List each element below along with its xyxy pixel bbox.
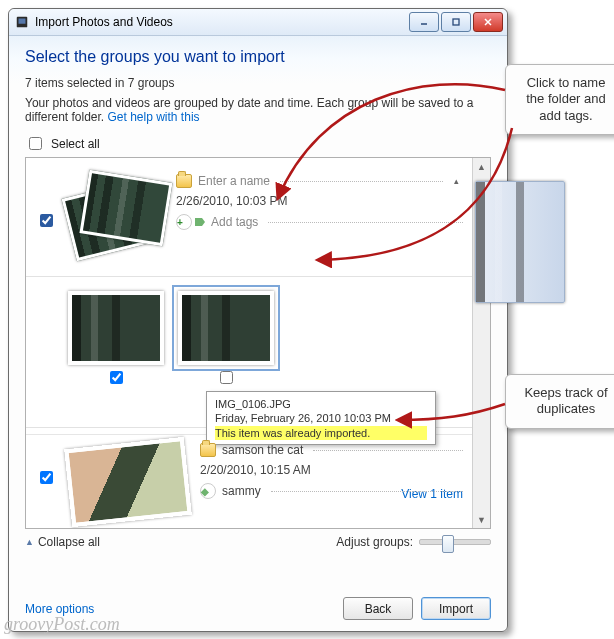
app-icon [15,15,29,29]
group-tag[interactable]: sammy [222,484,261,498]
add-tags-input[interactable]: Add tags [211,215,258,229]
help-link[interactable]: Get help with this [108,110,200,124]
scroll-up-icon[interactable]: ▲ [473,158,490,175]
group-thumbnail-stack[interactable] [68,174,164,256]
thumbnail[interactable] [68,291,164,365]
tooltip-date: Friday, February 26, 2010 10:03 PM [215,412,427,424]
tooltip-duplicate-msg: This item was already imported. [215,426,427,440]
titlebar[interactable]: Import Photos and Videos [9,9,507,36]
scroll-down-icon[interactable]: ▼ [473,511,490,528]
back-button[interactable]: Back [343,597,413,620]
thumbnail-checkbox[interactable] [110,371,123,384]
tooltip-filename: IMG_0106.JPG [215,398,427,410]
group-thumbnails [26,283,473,393]
svg-rect-1 [19,19,26,24]
chevron-up-icon: ▲ [25,537,34,547]
adjust-groups-label: Adjust groups: [336,535,413,549]
help-text-body: Your photos and videos are grouped by da… [25,96,474,124]
collapse-all-label: Collapse all [38,535,100,549]
groups-list: Enter a name ▴ 2/26/2010, 10:03 PM + Add… [25,157,491,529]
import-window: Import Photos and Videos Select the grou… [8,8,508,632]
tag-icon: ◆ [200,483,216,499]
group-row: samson the cat 2/20/2010, 10:15 AM ◆ sam… [26,434,473,528]
svg-rect-3 [453,19,459,25]
maximize-button[interactable] [441,12,471,32]
window-title: Import Photos and Videos [35,15,409,29]
collapse-group-icon[interactable]: ▴ [449,174,463,188]
group-name-input[interactable]: Enter a name [198,174,270,188]
group-timestamp: 2/26/2010, 10:03 PM [176,194,287,208]
folder-icon [200,443,216,457]
help-text: Your photos and videos are grouped by da… [25,96,491,124]
add-tag-icon: + [176,214,192,230]
callout-naming: Click to name the folder and add tags. [505,64,614,135]
thumbnail-checkbox[interactable] [220,371,233,384]
import-button[interactable]: Import [421,597,491,620]
page-heading: Select the groups you want to import [25,48,491,66]
callout-duplicates: Keeps track of duplicates [505,374,614,429]
list-scrollbar[interactable]: ▲ ▼ [472,158,490,528]
view-items-link[interactable]: View 1 item [401,487,463,501]
group-row: Enter a name ▴ 2/26/2010, 10:03 PM + Add… [26,158,473,270]
scroll-thumb[interactable] [475,181,565,303]
group-checkbox[interactable] [40,471,53,484]
select-all-label: Select all [51,137,100,151]
collapse-all-link[interactable]: ▲ Collapse all [25,535,100,549]
minimize-button[interactable] [409,12,439,32]
thumbnail[interactable] [178,291,274,365]
adjust-groups-slider[interactable] [419,539,491,545]
group-thumbnail[interactable] [64,437,191,527]
close-button[interactable] [473,12,503,32]
select-all-checkbox[interactable] [29,137,42,150]
group-timestamp: 2/20/2010, 10:15 AM [200,463,311,477]
group-name[interactable]: samson the cat [222,443,303,457]
selection-summary: 7 items selected in 7 groups [25,76,491,90]
thumbnail-tooltip: IMG_0106.JPG Friday, February 26, 2010 1… [206,391,436,445]
watermark: groovyPost.com [4,614,120,635]
group-checkbox[interactable] [40,214,53,227]
folder-icon [176,174,192,188]
